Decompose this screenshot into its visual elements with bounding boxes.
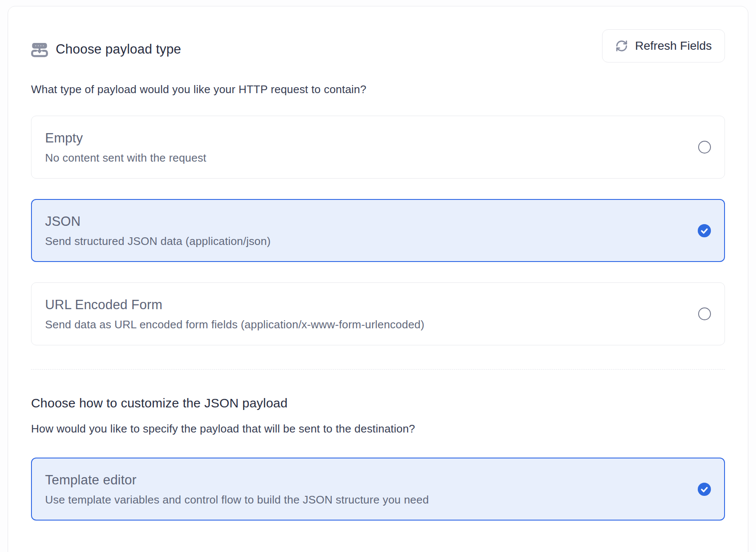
option-card-json[interactable]: JSON Send structured JSON data (applicat… [31,199,725,262]
section-divider [31,369,725,370]
payload-config-panel: Choose payload type Refresh Fields What … [8,6,748,552]
option-description: No content sent with the request [45,152,206,164]
payload-box-icon [31,41,48,58]
option-title: JSON [45,214,271,229]
customize-section-title: Choose how to customize the JSON payload [31,396,725,410]
payload-option-list: Empty No content sent with the request J… [31,116,725,345]
option-text: Template editor Use template variables a… [45,472,429,506]
option-description: Send structured JSON data (application/j… [45,235,271,247]
refresh-icon [615,40,628,52]
panel-title-group: Choose payload type [31,41,181,58]
radio-unselected-icon[interactable] [698,141,711,154]
radio-selected-check-icon[interactable] [698,483,711,496]
page-title: Choose payload type [56,42,181,57]
panel-header: Choose payload type Refresh Fields [31,29,725,63]
radio-selected-check-icon[interactable] [698,224,711,237]
refresh-fields-label: Refresh Fields [635,39,712,53]
option-card-template-editor[interactable]: Template editor Use template variables a… [31,458,725,521]
option-text: JSON Send structured JSON data (applicat… [45,214,271,247]
option-title: URL Encoded Form [45,297,424,313]
option-title: Empty [45,131,206,146]
customize-question: How would you like to specify the payloa… [31,422,725,435]
option-title: Template editor [45,472,429,488]
option-description: Use template variables and control flow … [45,494,429,506]
radio-unselected-icon[interactable] [698,307,711,320]
refresh-fields-button[interactable]: Refresh Fields [602,29,725,63]
option-card-url-encoded-form[interactable]: URL Encoded Form Send data as URL encode… [31,282,725,345]
option-text: URL Encoded Form Send data as URL encode… [45,297,424,330]
option-description: Send data as URL encoded form fields (ap… [45,319,424,330]
option-text: Empty No content sent with the request [45,131,206,164]
option-card-empty[interactable]: Empty No content sent with the request [31,116,725,179]
payload-type-question: What type of payload would you like your… [31,83,725,96]
